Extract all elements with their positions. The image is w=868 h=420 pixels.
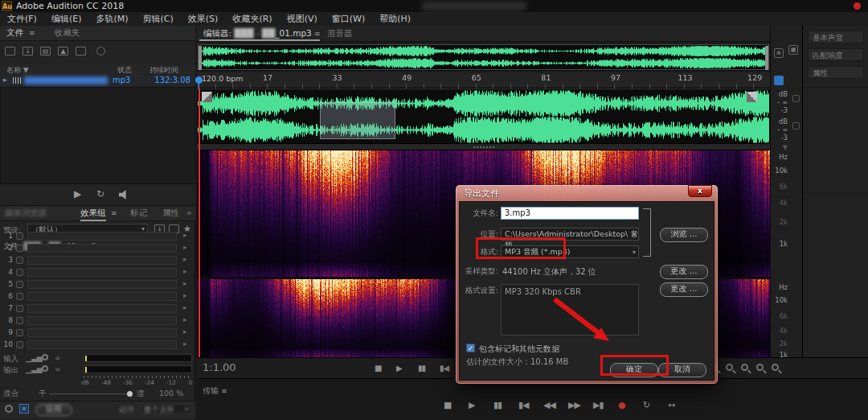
playhead-line[interactable]	[199, 89, 200, 357]
slot-arrow-icon[interactable]: ▸	[183, 255, 187, 263]
gain-handle-right-icon[interactable]	[747, 92, 757, 102]
link-icon[interactable]: ∞	[55, 354, 63, 362]
scale-divider-icon[interactable]: ▼	[782, 143, 788, 151]
menu-item-5[interactable]: 效果(S)	[181, 13, 226, 25]
effect-slot[interactable]: 2▸	[0, 242, 195, 254]
link-icon[interactable]: ∞	[55, 365, 63, 373]
overview-strip[interactable]	[197, 43, 770, 71]
play-icon[interactable]: ▶	[396, 364, 402, 373]
filename-input[interactable]: 3.mp3	[501, 207, 639, 220]
slot-power-toggle[interactable]	[16, 329, 23, 336]
slot-insert-bar[interactable]	[27, 280, 177, 289]
slot-insert-bar[interactable]	[27, 340, 177, 349]
browse-button[interactable]: 浏览 …	[660, 228, 708, 242]
effect-slot[interactable]: 3▸	[0, 254, 195, 266]
panel-menu-icon[interactable]: ≡	[29, 29, 35, 37]
slot-arrow-icon[interactable]: ▸	[183, 279, 187, 287]
tab-effects-rack[interactable]: 效果组	[80, 208, 106, 221]
move-playhead-icon[interactable]: ↔	[668, 400, 674, 410]
search-icon[interactable]	[96, 47, 105, 56]
zoom-out-icon[interactable]	[726, 364, 733, 371]
pause-icon[interactable]: ▮▮	[418, 364, 425, 373]
gain-handle-left-icon[interactable]	[202, 92, 212, 102]
waveform-display[interactable]	[197, 89, 770, 143]
rewind-icon[interactable]: ◀◀	[543, 400, 555, 410]
slot-arrow-icon[interactable]: ▸	[183, 267, 187, 275]
process-dropdown[interactable]: 整个文件▾	[140, 404, 191, 414]
menu-item-4[interactable]: 剪辑(C)	[136, 13, 181, 25]
pause-icon[interactable]: ▮▮	[493, 400, 502, 410]
mix-slider-knob[interactable]	[127, 391, 133, 397]
waveform-canvas[interactable]	[198, 90, 769, 143]
trash-icon[interactable]	[76, 47, 86, 56]
mix-slider[interactable]	[50, 393, 130, 394]
range-handle-left[interactable]	[199, 46, 202, 70]
slot-insert-bar[interactable]	[27, 316, 177, 325]
slot-insert-bar[interactable]	[27, 268, 177, 277]
hud-overlay[interactable]	[320, 102, 395, 139]
slot-arrow-icon[interactable]: ▸	[183, 315, 187, 323]
record-icon[interactable]: ●	[618, 400, 625, 410]
menu-item-3[interactable]: 多轨(M)	[88, 13, 135, 25]
slot-power-toggle[interactable]	[16, 341, 23, 348]
tab-files[interactable]: 文件	[6, 27, 23, 39]
loop-icon[interactable]: ↻	[643, 400, 649, 410]
timeline-ruler[interactable]: 120.0 bpm 173349658197113129	[197, 72, 770, 89]
view-splitter[interactable]	[197, 143, 770, 150]
tab-favorites[interactable]: 收藏夹	[55, 27, 80, 39]
slot-power-toggle[interactable]	[16, 269, 23, 276]
adjust-icon[interactable]: ⊕	[774, 48, 784, 58]
slot-insert-bar[interactable]	[27, 304, 177, 313]
dock-item-2[interactable]: 匹配响度	[808, 48, 864, 61]
power-all-icon[interactable]	[5, 405, 13, 413]
tab-mixer[interactable]: 混音器	[327, 28, 353, 39]
grid-icon[interactable]: ▦	[788, 45, 798, 55]
snap-icon[interactable]	[774, 76, 784, 85]
play-icon[interactable]: ▶	[469, 400, 474, 410]
skip-start-icon[interactable]: ▮◀	[440, 364, 448, 373]
slot-power-toggle[interactable]	[16, 233, 23, 240]
loop-icon[interactable]: ↻	[96, 188, 104, 200]
overflow-icon[interactable]: »	[186, 208, 191, 217]
slot-power-toggle[interactable]	[16, 293, 23, 300]
channel-button[interactable]	[792, 122, 800, 130]
insert-multitrack-icon[interactable]: ▲	[58, 47, 68, 56]
slot-insert-bar[interactable]	[27, 232, 177, 241]
panel-menu-icon[interactable]: ≡	[111, 209, 117, 217]
zoom-selection-icon[interactable]	[772, 364, 779, 371]
channel-button[interactable]	[792, 95, 800, 102]
slot-arrow-icon[interactable]: ▸	[183, 327, 187, 336]
dock-item-1[interactable]: 基本声音	[808, 31, 864, 43]
change-settings-button[interactable]: 更改 …	[660, 282, 708, 297]
tab-markers[interactable]: 标记	[130, 208, 147, 219]
panel-label[interactable]: 传输 ≡	[203, 385, 227, 397]
metadata-checkbox[interactable]: ✓	[466, 344, 475, 352]
slot-insert-bar[interactable]	[27, 292, 177, 301]
slot-arrow-icon[interactable]: ▸	[183, 340, 187, 348]
ok-button[interactable]: 确定	[610, 363, 658, 377]
menu-item-2[interactable]: 编辑(E)	[44, 13, 89, 25]
overview-waveform[interactable]	[199, 45, 768, 69]
power-icon[interactable]	[42, 365, 48, 372]
slot-power-toggle[interactable]	[16, 281, 23, 288]
stop-icon[interactable]: ■	[444, 400, 451, 410]
play-icon[interactable]: ▶	[74, 188, 81, 200]
signal-icon[interactable]: ▁▃▅	[26, 365, 34, 373]
twirl-icon[interactable]: ▸	[3, 76, 7, 84]
tab-editor[interactable]: 编辑器: ███ - ██_01.mp3 ≡	[203, 28, 321, 39]
dock-item-3[interactable]: 属性	[808, 66, 864, 79]
menu-item-7[interactable]: 视图(V)	[280, 13, 325, 25]
effect-slot[interactable]: 1▸	[0, 230, 195, 242]
slot-insert-bar[interactable]	[27, 244, 177, 253]
slot-insert-bar[interactable]	[27, 256, 177, 265]
close-icon[interactable]: x	[688, 185, 712, 197]
media-browser-icon[interactable]: ▤	[40, 47, 51, 56]
effect-slot[interactable]: 9▸	[0, 327, 195, 339]
apply-button[interactable]: 应用	[35, 404, 72, 416]
location-dropdown[interactable]: C:\Users\Administrator\Desktop\ 音频▾	[501, 228, 639, 241]
skip-start-icon[interactable]: ▮◀	[518, 400, 529, 410]
effect-slot[interactable]: 7▸	[0, 303, 195, 315]
effect-slot[interactable]: 5▸	[0, 278, 195, 290]
slot-arrow-icon[interactable]: ▸	[183, 231, 187, 239]
fast-forward-icon[interactable]: ▶▶	[568, 400, 580, 410]
